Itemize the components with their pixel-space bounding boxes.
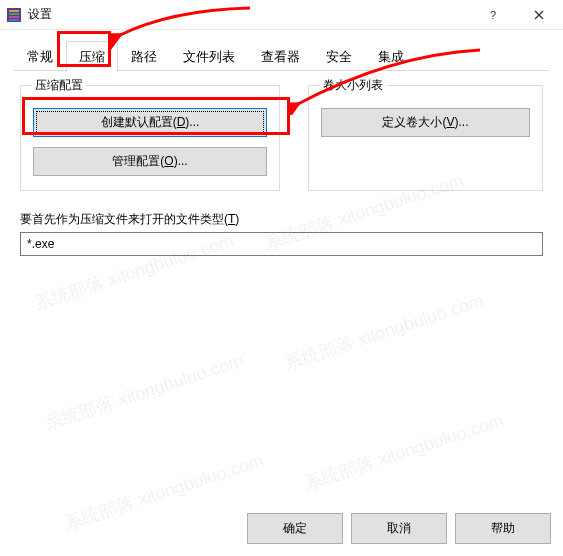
accelerator-key: O xyxy=(164,154,173,168)
close-button[interactable] xyxy=(516,1,561,29)
watermark: 系统部落 xitongbuluo.com xyxy=(281,288,486,375)
ok-button[interactable]: 确定 xyxy=(247,513,343,544)
label-text: )... xyxy=(185,115,199,129)
app-icon xyxy=(6,7,22,23)
window-title: 设置 xyxy=(28,6,471,23)
tab-general[interactable]: 常规 xyxy=(14,41,66,72)
manage-profile-button[interactable]: 管理配置(O)... xyxy=(33,147,267,176)
group-compress-profile-legend: 压缩配置 xyxy=(31,77,87,94)
label-text: )... xyxy=(174,154,188,168)
tab-integration[interactable]: 集成 xyxy=(365,41,417,72)
label-text: 定义卷大小( xyxy=(382,115,446,129)
tabstrip: 常规 压缩 路径 文件列表 查看器 安全 集成 xyxy=(0,30,563,71)
group-volume-sizes-legend: 卷大小列表 xyxy=(319,77,387,94)
filetype-input[interactable] xyxy=(20,232,543,256)
tab-filelist[interactable]: 文件列表 xyxy=(170,41,248,72)
group-volume-sizes: 卷大小列表 定义卷大小(V)... xyxy=(308,85,543,191)
define-volume-size-button[interactable]: 定义卷大小(V)... xyxy=(321,108,530,137)
tab-compress[interactable]: 压缩 xyxy=(66,41,118,72)
watermark: 系统部落 xitongbuluo.com xyxy=(301,408,506,495)
watermark: 系统部落 xitongbuluo.com xyxy=(41,348,246,435)
label-text: 创建默认配置( xyxy=(101,115,177,129)
cancel-button[interactable]: 取消 xyxy=(351,513,447,544)
help-button[interactable]: ? xyxy=(471,1,516,29)
svg-rect-1 xyxy=(9,10,19,12)
filetype-label: 要首先作为压缩文件来打开的文件类型(T) xyxy=(20,211,543,228)
label-text: )... xyxy=(455,115,469,129)
label-text: 管理配置( xyxy=(112,154,164,168)
titlebar: 设置 ? xyxy=(0,0,563,30)
tab-viewer[interactable]: 查看器 xyxy=(248,41,313,72)
group-compress-profile: 压缩配置 创建默认配置(D)... 管理配置(O)... xyxy=(20,85,280,191)
accelerator-key: V xyxy=(446,115,454,129)
tab-security[interactable]: 安全 xyxy=(313,41,365,72)
help-footer-button[interactable]: 帮助 xyxy=(455,513,551,544)
svg-rect-3 xyxy=(9,16,19,18)
dialog-footer: 确定 取消 帮助 xyxy=(247,513,551,544)
create-default-profile-button[interactable]: 创建默认配置(D)... xyxy=(33,108,267,137)
tab-path[interactable]: 路径 xyxy=(118,41,170,72)
watermark: 系统部落 xitongbuluo.com xyxy=(61,448,266,535)
svg-rect-4 xyxy=(9,19,19,21)
svg-rect-2 xyxy=(9,13,19,15)
svg-text:?: ? xyxy=(490,10,496,20)
label-text: 要首先作为压缩文件来打开的文件类型( xyxy=(20,212,228,226)
tab-panel-compress: 压缩配置 创建默认配置(D)... 管理配置(O)... 卷大小列表 定义卷大小… xyxy=(0,71,563,266)
label-text: ) xyxy=(235,212,239,226)
